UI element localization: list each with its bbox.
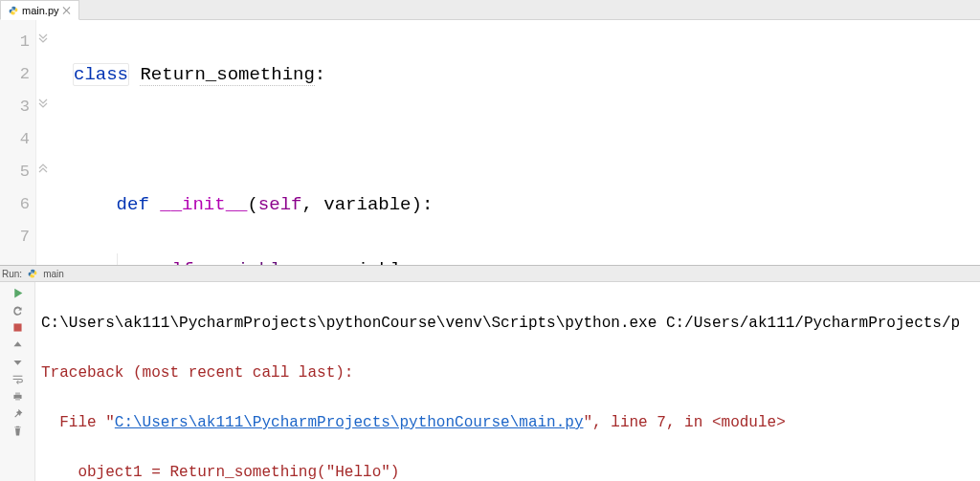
line-number: 3: [0, 91, 30, 123]
python-file-icon: [9, 6, 18, 15]
python-run-icon: [28, 269, 37, 278]
code-editor[interactable]: 1 2 3 4 5 6 7 class Return_something: de…: [0, 20, 980, 266]
code-line: [73, 123, 980, 156]
svg-point-1: [14, 12, 15, 13]
print-button[interactable]: [3, 388, 32, 404]
line-number: 6: [0, 188, 30, 221]
tab-label: main.py: [22, 5, 59, 16]
svg-point-0: [11, 7, 12, 8]
line-number: 5: [0, 156, 30, 188]
line-number: 2: [0, 58, 30, 91]
soft-wrap-button[interactable]: [3, 371, 32, 386]
line-number: 1: [0, 26, 30, 58]
fold-column: [36, 20, 69, 265]
run-config-name: main: [43, 269, 64, 279]
scroll-up-button[interactable]: [3, 337, 32, 352]
code-line: self.variable = variable: [73, 253, 980, 265]
code-line: class Return_something:: [73, 58, 980, 91]
console-line: File "C:\Users\ak111\PycharmProjects\pyt…: [41, 410, 980, 435]
svg-rect-5: [15, 398, 20, 400]
scroll-down-button[interactable]: [3, 354, 32, 369]
close-icon[interactable]: [63, 7, 71, 14]
fold-end-icon[interactable]: [38, 163, 48, 174]
run-toolwindow-header: Run: main: [0, 266, 980, 282]
line-number: 7: [0, 221, 30, 253]
pin-button[interactable]: [3, 405, 32, 421]
stop-button[interactable]: [3, 319, 32, 335]
trash-button[interactable]: [3, 423, 32, 438]
console-line: C:\Users\ak111\PycharmProjects\pythonCou…: [41, 311, 980, 336]
run-label: Run:: [2, 269, 22, 279]
fold-marker-icon[interactable]: [38, 98, 48, 109]
run-button[interactable]: [3, 285, 32, 300]
svg-rect-4: [15, 392, 20, 394]
tab-main-py[interactable]: main.py: [0, 0, 79, 20]
rerun-button[interactable]: [3, 302, 32, 317]
code-line: def __init__(self, variable):: [73, 188, 980, 221]
console-line: object1 = Return_something("Hello"): [41, 460, 980, 481]
run-sidebar: [0, 282, 35, 481]
run-toolwindow: C:\Users\ak111\PycharmProjects\pythonCou…: [0, 282, 980, 481]
stacktrace-link[interactable]: C:\Users\ak111\PycharmProjects\pythonCou…: [115, 414, 584, 431]
code-area[interactable]: class Return_something: def __init__(sel…: [69, 20, 980, 265]
svg-rect-2: [13, 323, 21, 331]
line-number: 4: [0, 123, 30, 156]
fold-marker-icon[interactable]: [38, 33, 48, 44]
console-output[interactable]: C:\Users\ak111\PycharmProjects\pythonCou…: [35, 282, 980, 481]
line-number-gutter: 1 2 3 4 5 6 7: [0, 20, 36, 265]
editor-tab-bar: main.py: [0, 0, 980, 20]
console-line: Traceback (most recent call last):: [41, 361, 980, 385]
